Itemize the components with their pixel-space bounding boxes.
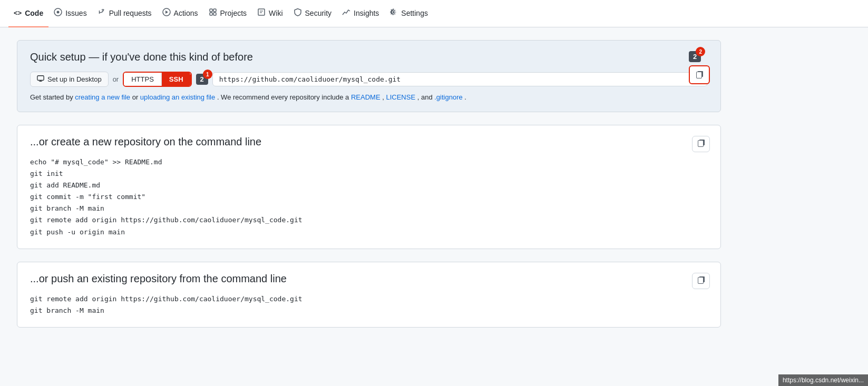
issues-icon xyxy=(54,8,62,18)
nav-settings[interactable]: Settings xyxy=(384,0,433,27)
gitignore-link[interactable]: .gitignore xyxy=(434,93,462,101)
quick-setup-title: Quick setup — if you've done this kind o… xyxy=(30,51,708,63)
tooltip-dark: 2 1 xyxy=(196,74,208,85)
nav-code[interactable]: <> Code xyxy=(8,0,48,27)
push-existing-title: ...or push an existing repository from t… xyxy=(30,273,708,285)
nav-wiki[interactable]: Wiki xyxy=(252,0,288,27)
svg-rect-7 xyxy=(213,13,216,15)
nav-insights[interactable]: Insights xyxy=(337,0,384,27)
push-code-line-2: git branch -M main xyxy=(30,305,708,316)
push-code-line-1: git remote add origin https://github.com… xyxy=(30,293,708,305)
main-content: Quick setup — if you've done this kind o… xyxy=(0,27,738,353)
create-new-code: echo "# mysql_code" >> README.md git ini… xyxy=(30,156,708,238)
tooltip-num-badge: 1 xyxy=(203,70,212,79)
copy-btn-highlighted-wrapper: 2 2 xyxy=(689,51,710,84)
copy-push-code-button[interactable] xyxy=(692,273,710,289)
code-line-1: echo "# mysql_code" >> README.md xyxy=(30,156,708,168)
code-icon: <> xyxy=(14,9,22,17)
tooltip-container: 2 1 xyxy=(196,74,208,85)
protocol-group: 1 HTTPS SSH xyxy=(123,72,191,87)
projects-icon xyxy=(209,8,217,18)
badge-2: 2 xyxy=(696,47,705,56)
top-navigation: <> Code Issues Pull requests Actions Pro… xyxy=(0,0,868,27)
push-existing-section: ...or push an existing repository from t… xyxy=(17,262,721,328)
code-line-7: git push -u origin main xyxy=(30,226,708,238)
svg-point-1 xyxy=(57,11,60,14)
setup-desktop-button[interactable]: Set up in Desktop xyxy=(30,72,109,87)
uploading-file-link[interactable]: uploading an existing file xyxy=(140,93,215,101)
license-link[interactable]: LICENSE xyxy=(386,93,415,101)
copy-button-area: 2 2 xyxy=(689,51,710,84)
security-icon xyxy=(294,8,302,18)
svg-marker-3 xyxy=(165,11,168,14)
or-text: or xyxy=(113,75,119,83)
nav-projects[interactable]: Projects xyxy=(203,0,252,27)
desktop-icon xyxy=(37,75,44,84)
push-existing-code: git remote add origin https://github.com… xyxy=(30,293,708,316)
nav-actions[interactable]: Actions xyxy=(157,0,203,27)
nav-issues[interactable]: Issues xyxy=(48,0,92,27)
get-started-text: Get started by creating a new file or up… xyxy=(30,93,708,101)
https-button[interactable]: HTTPS xyxy=(124,73,162,86)
readme-link[interactable]: README xyxy=(351,93,381,101)
url-input[interactable] xyxy=(212,72,708,86)
pull-requests-icon xyxy=(97,8,106,18)
copy-code-button[interactable] xyxy=(692,136,710,152)
actions-icon xyxy=(162,8,171,18)
create-new-title: ...or create a new repository on the com… xyxy=(30,136,708,148)
svg-rect-11 xyxy=(37,76,44,81)
code-line-2: git init xyxy=(30,168,708,180)
quick-setup-box: Quick setup — if you've done this kind o… xyxy=(17,40,721,112)
code-line-6: git remote add origin https://github.com… xyxy=(30,214,708,226)
nav-security[interactable]: Security xyxy=(288,0,337,27)
code-line-3: git add README.md xyxy=(30,180,708,191)
badge-label-2: 2 2 xyxy=(689,51,701,62)
svg-rect-6 xyxy=(210,13,212,15)
code-line-5: git branch -M main xyxy=(30,203,708,214)
svg-rect-4 xyxy=(210,9,212,12)
svg-rect-8 xyxy=(258,9,265,15)
ssh-button[interactable]: SSH xyxy=(162,73,191,86)
wiki-icon xyxy=(257,8,266,18)
copy-button-highlighted[interactable] xyxy=(689,65,710,84)
code-line-4: git commit -m "first commit" xyxy=(30,191,708,203)
url-row: Set up in Desktop or 1 HTTPS SSH 2 1 xyxy=(30,72,708,87)
insights-icon xyxy=(342,8,350,18)
svg-rect-5 xyxy=(213,9,216,12)
creating-new-file-link[interactable]: creating a new file xyxy=(75,93,130,101)
settings-icon xyxy=(389,8,398,18)
nav-pull-requests[interactable]: Pull requests xyxy=(92,0,157,27)
create-new-section: ...or create a new repository on the com… xyxy=(17,125,721,249)
